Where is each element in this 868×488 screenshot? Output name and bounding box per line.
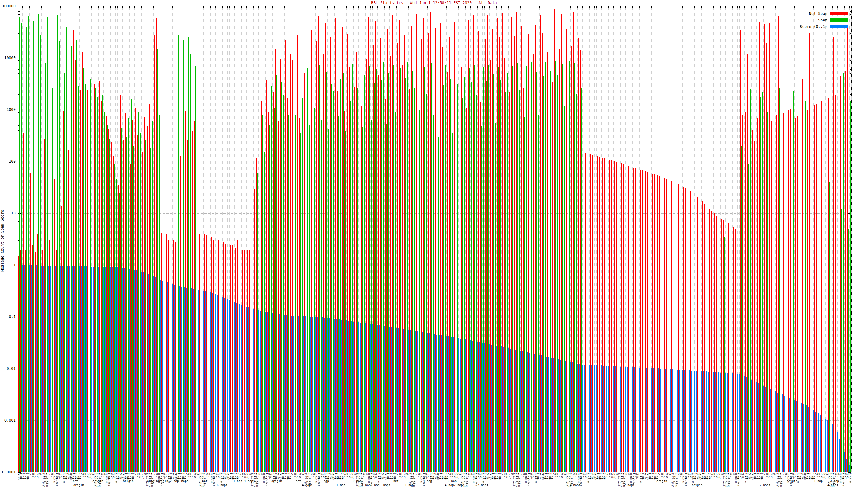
top-tick — [604, 6, 604, 8]
top-tick — [706, 6, 706, 8]
top-tick — [835, 6, 835, 8]
x-tick-label: short — [268, 473, 270, 479]
bar-score — [153, 276, 154, 472]
bar-score — [625, 367, 625, 472]
bar-not-spam — [757, 118, 757, 472]
top-tick — [782, 6, 783, 8]
legend-entry-not-spam: Not Spam — [800, 10, 848, 17]
bar-not-spam — [695, 195, 696, 472]
bar-not-spam — [635, 168, 636, 472]
bar-not-spam — [626, 165, 627, 472]
bar-score — [718, 372, 718, 472]
top-tick — [582, 6, 583, 8]
bar-not-spam — [657, 175, 657, 472]
top-tick — [802, 6, 802, 8]
x-tick-label: host — [480, 473, 482, 478]
x-tick-label: 0.2.1.1212 — [775, 473, 777, 486]
y-tick-right — [848, 472, 851, 473]
top-tick — [287, 6, 287, 8]
top-tick — [346, 6, 347, 8]
top-tick — [137, 6, 137, 8]
legend-entry-score: Score (0..1) — [800, 23, 848, 30]
bar-score — [131, 269, 132, 472]
x-tick-label: net — [397, 473, 398, 477]
top-tick — [485, 6, 485, 8]
top-tick — [308, 6, 308, 8]
top-tick — [380, 6, 380, 8]
bar-not-spam — [690, 191, 691, 472]
top-tick — [809, 6, 809, 8]
x-tick-label: 1 hop3 hop — [842, 473, 844, 486]
bar-score — [60, 266, 61, 472]
bar-score — [835, 426, 835, 472]
bar-score — [703, 371, 704, 472]
rbl-statistics-chart: RBL Statistics - Wed Jan 1 12:58:11 EST … — [0, 0, 868, 488]
x-tick-label: karma — [487, 473, 489, 479]
top-tick — [172, 6, 173, 8]
top-tick — [492, 6, 492, 8]
bar-score — [642, 368, 642, 472]
x-tick-label: combined — [211, 473, 212, 483]
top-tick — [325, 6, 325, 8]
x-tick-label: combined — [735, 473, 737, 483]
bar-not-spam — [671, 181, 672, 472]
bar-not-spam — [592, 155, 593, 472]
bar-score — [663, 369, 664, 472]
top-tick — [635, 6, 635, 8]
top-tick — [22, 6, 23, 8]
x-tick-label: karma — [592, 473, 593, 479]
x-tick-label: rbl — [366, 473, 367, 477]
bar-score — [382, 326, 382, 472]
x-tick-label: rbl — [418, 473, 420, 477]
x-tick-label: 1 hop — [439, 473, 441, 479]
top-tick — [599, 6, 599, 8]
x-tick-label: 2.3.0.0.1.2.0.Y.Y.12 — [621, 473, 622, 487]
bar-score — [839, 439, 840, 472]
x-tick-label: net — [239, 473, 241, 477]
top-tick — [277, 6, 278, 8]
bar-score — [74, 266, 75, 472]
bar-score — [582, 365, 583, 472]
bar-score — [432, 334, 433, 472]
x-tick-label: 2 hops — [652, 473, 653, 481]
x-tick-label: short — [792, 473, 794, 479]
bar-not-spam — [676, 183, 677, 472]
bar-score — [315, 317, 316, 472]
top-tick — [556, 6, 556, 8]
bar-not-spam — [712, 211, 712, 472]
bar-score — [606, 366, 607, 472]
top-tick — [516, 6, 516, 8]
bar-score — [763, 386, 764, 472]
bar-score — [27, 265, 27, 472]
top-tick — [528, 6, 528, 8]
bar-score — [618, 366, 618, 472]
x-tick-label: karma — [435, 473, 436, 479]
top-tick — [651, 6, 652, 8]
top-tick — [789, 6, 790, 8]
bar-score — [637, 367, 638, 472]
x-tick-label: origin — [70, 473, 72, 481]
bar-score — [231, 301, 232, 472]
top-tick — [525, 6, 525, 8]
x-tick-label: 4 hops — [706, 473, 708, 481]
x-tick-label: net — [554, 473, 556, 477]
top-tick — [620, 6, 621, 8]
bar-score — [82, 266, 82, 472]
x-tick-label: V.1.0.V.hops — [728, 473, 730, 487]
bar-not-spam — [240, 248, 241, 472]
bar-not-spam — [800, 115, 801, 472]
bar-score — [415, 331, 416, 472]
x-label-fragment: origin — [147, 479, 158, 483]
x-tick-label: host — [61, 473, 62, 478]
bar-score — [36, 265, 37, 472]
top-tick — [751, 6, 752, 8]
top-tick — [222, 6, 223, 8]
top-tick — [87, 6, 87, 8]
bar-score — [787, 397, 788, 472]
x-tick-label: rbl — [103, 473, 105, 477]
group-gridline — [851, 6, 852, 472]
top-tick — [716, 6, 716, 8]
top-tick — [392, 6, 392, 8]
group-gridline — [811, 6, 811, 472]
bar-score — [215, 294, 216, 472]
